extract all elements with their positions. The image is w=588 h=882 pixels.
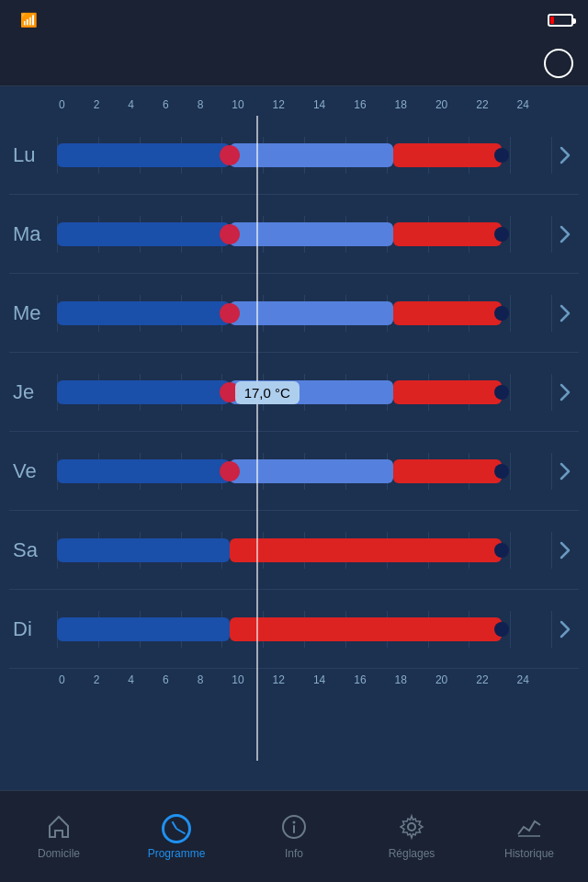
day-row: Ma xyxy=(9,195,579,274)
tab-bar: Domicile Programme Info Réglages xyxy=(0,790,588,882)
timeline-bottom-axis: 024681012141618202224 xyxy=(9,669,579,691)
day-chevron-button[interactable] xyxy=(551,453,579,490)
schedule-dot xyxy=(494,148,509,163)
schedule-dot xyxy=(220,145,240,165)
schedule-bar xyxy=(57,538,230,562)
day-chevron-button[interactable] xyxy=(551,137,579,174)
schedule-bar xyxy=(57,222,230,246)
schedule-bar xyxy=(57,380,230,404)
bar-area[interactable] xyxy=(57,137,551,174)
tab-info-label: Info xyxy=(285,847,303,860)
schedule-bar xyxy=(393,380,502,404)
svg-point-1 xyxy=(293,820,296,823)
schedule-bar xyxy=(57,617,230,641)
day-label: Sa xyxy=(9,538,57,562)
wifi-icon: 📶 xyxy=(20,12,38,28)
top-axis-labels: 024681012141618202224 xyxy=(59,98,529,111)
bar-area[interactable] xyxy=(57,453,551,490)
house-icon xyxy=(46,813,72,843)
nav-header xyxy=(0,40,588,86)
schedule-dot xyxy=(220,461,240,481)
tab-historique-label: Historique xyxy=(504,847,554,860)
schedule-bar xyxy=(57,301,230,325)
day-row: Ve xyxy=(9,432,579,511)
schedule-grid: LuMaMeJe17,0 °CVeSaDi xyxy=(9,116,579,669)
schedule-dot xyxy=(494,227,509,242)
schedule-bar xyxy=(393,301,502,325)
bar-area[interactable] xyxy=(57,295,551,332)
schedule-dot xyxy=(494,464,509,479)
schedule-bar xyxy=(393,222,502,246)
schedule-dot xyxy=(494,622,509,637)
schedule-bar xyxy=(230,617,502,641)
schedule-bar xyxy=(230,538,502,562)
day-row: Me xyxy=(9,274,579,353)
clock-icon xyxy=(162,814,191,843)
day-row: Di xyxy=(9,590,579,669)
tab-domicile-label: Domicile xyxy=(38,847,80,860)
tab-programme-label: Programme xyxy=(148,847,206,860)
schedule-bar xyxy=(230,222,393,246)
status-bar: 📶 xyxy=(0,0,588,40)
schedule-bar xyxy=(393,459,502,483)
day-label: Je xyxy=(9,380,57,404)
bar-area[interactable] xyxy=(57,611,551,648)
schedule-dot xyxy=(220,303,240,323)
day-label: Lu xyxy=(9,143,57,167)
schedule-bar xyxy=(393,143,502,167)
tab-reglages[interactable]: Réglages xyxy=(353,791,470,882)
tab-reglages-label: Réglages xyxy=(389,847,435,860)
battery-icon xyxy=(548,14,573,27)
info-icon xyxy=(281,814,307,843)
svg-rect-2 xyxy=(293,825,295,833)
day-label: Ma xyxy=(9,222,57,246)
schedule-dot xyxy=(494,543,509,558)
day-row: Je17,0 °C xyxy=(9,353,579,432)
day-chevron-button[interactable] xyxy=(551,611,579,648)
day-label: Me xyxy=(9,301,57,325)
schedule-dot xyxy=(494,306,509,321)
tab-historique[interactable]: Historique xyxy=(470,791,588,882)
temperature-tooltip: 17,0 °C xyxy=(235,381,300,404)
bottom-axis-labels: 024681012141618202224 xyxy=(59,673,529,686)
timeline-top-axis: 024681012141618202224 xyxy=(9,94,579,116)
schedule-dot xyxy=(494,385,509,400)
schedule-bar xyxy=(57,459,230,483)
schedule-bar xyxy=(230,459,393,483)
svg-point-3 xyxy=(408,823,415,831)
gear-icon xyxy=(399,814,424,843)
schedule-main: 024681012141618202224 LuMaMeJe17,0 °CVeS… xyxy=(0,86,588,790)
bar-area[interactable]: 17,0 °C xyxy=(57,374,551,411)
day-row: Sa xyxy=(9,511,579,590)
day-chevron-button[interactable] xyxy=(551,216,579,253)
schedule-bar xyxy=(230,143,393,167)
day-label: Ve xyxy=(9,459,57,483)
bar-area[interactable] xyxy=(57,532,551,569)
day-row: Lu xyxy=(9,116,579,195)
schedule-bar xyxy=(230,301,393,325)
info-header-button[interactable] xyxy=(544,49,573,78)
chart-icon xyxy=(516,814,542,843)
tab-domicile[interactable]: Domicile xyxy=(0,791,118,882)
day-chevron-button[interactable] xyxy=(551,374,579,411)
bar-area[interactable] xyxy=(57,216,551,253)
day-chevron-button[interactable] xyxy=(551,532,579,569)
day-label: Di xyxy=(9,617,57,641)
schedule-dot xyxy=(220,224,240,244)
tab-programme[interactable]: Programme xyxy=(118,791,235,882)
tab-info[interactable]: Info xyxy=(235,791,353,882)
schedule-bar xyxy=(57,143,230,167)
day-chevron-button[interactable] xyxy=(551,295,579,332)
